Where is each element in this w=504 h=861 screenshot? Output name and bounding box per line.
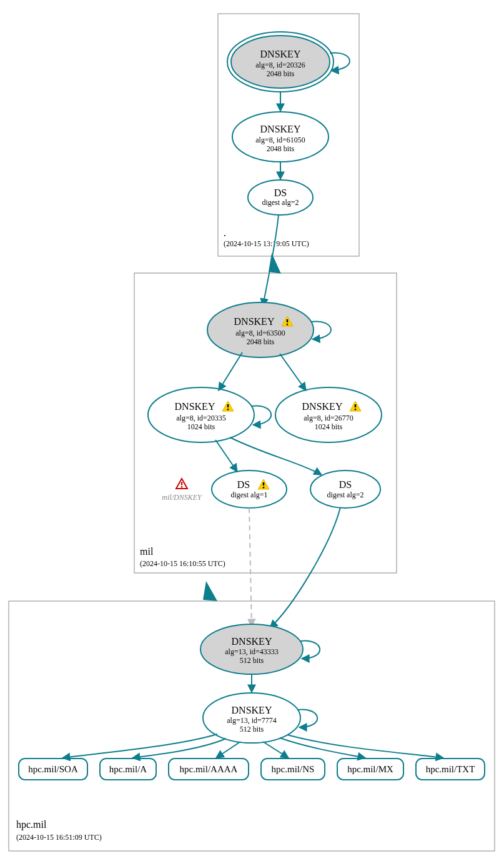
node-root-ds: DS digest alg=2 (248, 180, 313, 215)
svg-text:hpc.mil/AAAA: hpc.mil/AAAA (180, 764, 238, 774)
error-icon (176, 479, 187, 489)
svg-text:hpc.mil/A: hpc.mil/A (109, 764, 147, 774)
node-mil-ds-1: DS digest alg=1 (212, 470, 287, 508)
svg-text:DNSKEY: DNSKEY (175, 401, 215, 412)
svg-text:512 bits: 512 bits (240, 656, 264, 665)
svg-text:mil/DNSKEY: mil/DNSKEY (162, 493, 202, 502)
svg-text:DNSKEY: DNSKEY (302, 401, 343, 412)
node-mil-dnskey-20335: DNSKEY alg=8, id=20335 1024 bits (148, 387, 254, 442)
edge-k2-soa (62, 734, 217, 758)
svg-text:alg=13, id=7774: alg=13, id=7774 (227, 716, 277, 725)
edge-milds2-hpck1 (270, 507, 340, 628)
svg-text:alg=8, id=20335: alg=8, id=20335 (176, 414, 226, 422)
svg-text:alg=8, id=61050: alg=8, id=61050 (255, 136, 305, 144)
edge-k2-aaaa (216, 742, 240, 758)
edge-milk2-milds2 (230, 437, 322, 475)
svg-text:1024 bits: 1024 bits (315, 422, 343, 431)
svg-text:DS: DS (274, 187, 287, 198)
svg-text:digest alg=1: digest alg=1 (230, 490, 267, 499)
svg-text:hpc.mil/NS: hpc.mil/NS (272, 764, 315, 774)
svg-text:DNSKEY: DNSKEY (234, 316, 275, 327)
zone-mil-label: mil (140, 546, 154, 557)
edge-milds1-hpck1-insecure (249, 508, 252, 627)
svg-text:DNSKEY: DNSKEY (232, 705, 272, 715)
node-hpc-dnskey-43333: DNSKEY alg=13, id=43333 512 bits (200, 624, 303, 674)
node-rr-ns: hpc.mil/NS (261, 759, 325, 780)
svg-text:hpc.mil/MX: hpc.mil/MX (347, 764, 393, 774)
node-mil-ds-2: DS digest alg=2 (310, 470, 380, 508)
edge-milk1-milk3 (280, 354, 306, 391)
svg-text:2048 bits: 2048 bits (267, 144, 295, 153)
node-mil-dnskey-63500: DNSKEY alg=8, id=63500 2048 bits (207, 302, 314, 357)
zone-hpc-ts: (2024-10-15 16:51:09 UTC) (16, 833, 102, 842)
svg-text:hpc.mil/SOA: hpc.mil/SOA (28, 764, 78, 774)
node-root-dnskey-20326: DNSKEY alg=8, id=20326 2048 bits (227, 32, 334, 92)
node-root-dnskey-61050: DNSKEY alg=8, id=61050 2048 bits (232, 112, 329, 162)
zone-root-ts: (2024-10-15 13:19:05 UTC) (224, 239, 309, 248)
delegation-arrow-mil-hpc (203, 581, 217, 601)
svg-text:digest alg=2: digest alg=2 (262, 198, 299, 207)
edge-milk2-milds1 (215, 440, 237, 472)
svg-text:alg=8, id=26770: alg=8, id=26770 (304, 414, 353, 422)
edge-k2-ns (263, 742, 289, 758)
node-mil-error: mil/DNSKEY (162, 479, 202, 502)
node-rr-aaaa: hpc.mil/AAAA (169, 759, 249, 780)
zone-hpc-label: hpc.mil (16, 819, 47, 830)
zone-mil-ts: (2024-10-15 16:10:55 UTC) (140, 559, 225, 568)
dnssec-graph: . (2024-10-15 13:19:05 UTC) DNSKEY alg=8… (0, 0, 504, 861)
svg-text:hpc.mil/TXT: hpc.mil/TXT (426, 764, 475, 774)
svg-text:2048 bits: 2048 bits (267, 69, 295, 78)
svg-text:2048 bits: 2048 bits (247, 337, 275, 346)
node-rr-mx: hpc.mil/MX (337, 759, 403, 780)
svg-text:DS: DS (339, 479, 352, 490)
node-rr-txt: hpc.mil/TXT (416, 759, 485, 780)
svg-text:DNSKEY: DNSKEY (260, 124, 301, 134)
edge-milk1-milk2 (219, 352, 242, 391)
node-rr-a: hpc.mil/A (100, 759, 156, 780)
svg-text:alg=8, id=63500: alg=8, id=63500 (235, 329, 285, 337)
svg-text:512 bits: 512 bits (240, 725, 264, 734)
svg-text:DNSKEY: DNSKEY (232, 636, 272, 647)
node-hpc-dnskey-7774: DNSKEY alg=13, id=7774 512 bits (203, 693, 300, 743)
node-mil-dnskey-26770: DNSKEY alg=8, id=26770 1024 bits (275, 387, 382, 442)
svg-text:DS: DS (237, 479, 250, 490)
svg-text:alg=8, id=20326: alg=8, id=20326 (255, 61, 305, 69)
svg-text:1024 bits: 1024 bits (187, 422, 215, 431)
node-rr-soa: hpc.mil/SOA (19, 759, 87, 780)
svg-text:DNSKEY: DNSKEY (260, 49, 301, 59)
svg-text:digest alg=2: digest alg=2 (327, 490, 363, 499)
svg-text:alg=13, id=43333: alg=13, id=43333 (225, 647, 279, 656)
zone-root-label: . (224, 227, 226, 238)
